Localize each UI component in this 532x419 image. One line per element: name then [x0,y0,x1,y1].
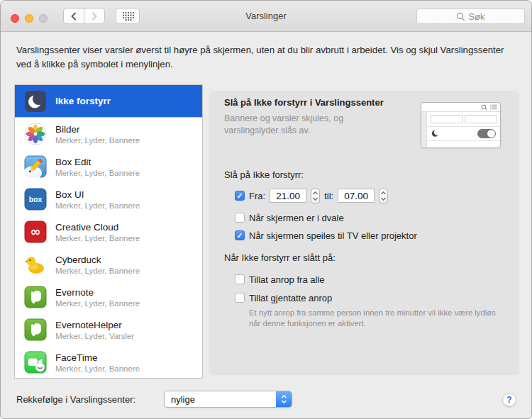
from-time-field[interactable]: 21.00 [270,189,306,203]
sidebar-item-evernotehelper[interactable]: EvernoteHelperMerker, Lyder, Varsler [15,313,202,346]
evernote-icon [24,318,47,341]
sort-order-label: Rekkefølge i Varslingssenter: [16,394,135,405]
from-checkbox[interactable] [235,191,245,201]
preferences-window: Varslinger Søk Varslingssenter viser var… [0,0,532,419]
photos-icon [24,123,47,145]
sidebar-item-label: Ikke forstyrr [55,96,111,106]
allow-calls-row: Tillat anrop fra alle [235,272,324,287]
preview-divider [427,140,500,141]
boxui-icon: box [24,188,47,211]
sidebar-item-facetime[interactable]: FaceTimeMerker, Lyder, Bannere [15,346,202,379]
from-label: Fra: [249,191,265,201]
active-heading: Når Ikke forstyrr er slått på: [224,252,336,263]
preview-sidebar-strip [421,112,427,147]
intro-text: Varslingssenter viser varsler øverst til… [16,43,521,72]
sidebar-item-subtitle: Merker, Lyder, Bannere [55,136,140,145]
sidebar-item-label: Cyberduck [55,255,140,265]
allow-calls-label: Tillat anrop fra alle [249,274,324,285]
moon-icon [24,90,47,113]
dnd-description: Bannere og varsler skjules, og varslings… [224,113,380,137]
to-time-stepper[interactable] [379,189,388,203]
sidebar-item-label: Evernote [55,287,140,298]
stepper-arrows-icon [312,191,318,201]
sidebar-item-text: Ikke forstyrr [55,96,111,106]
creativecloud-icon: ∞ [24,220,47,243]
preview-field [465,115,497,123]
sidebar-item-label: Bilder [55,124,140,135]
preview-segment-fields [431,115,497,123]
from-time-stepper[interactable] [311,189,320,203]
sidebar-item-text: BilderMerker, Lyder, Bannere [55,124,140,145]
sort-order-dropdown[interactable]: nylige [164,391,292,408]
title-bar: Varslinger Søk [1,1,531,32]
sidebar-item-cyberduck[interactable]: CyberduckMerker, Lyder, Bannere [15,248,202,281]
search-field[interactable]: Søk [416,9,525,24]
help-button[interactable]: ? [502,393,516,407]
sleep-row: Når skjermen er i dvale [235,210,344,225]
svg-text:box: box [29,195,43,203]
facetime-icon [24,351,47,374]
sidebar-item-bilder[interactable]: BilderMerker, Lyder, Bannere [15,118,202,150]
sort-order-value: nylige [171,394,195,405]
sidebar-item-text: FaceTimeMerker, Lyder, Bannere [55,352,140,373]
dropdown-arrows-icon [276,391,292,407]
sidebar-item-label: Box Edit [55,157,140,167]
sidebar-item-label: Creative Cloud [55,222,140,233]
repeated-calls-note: Et nytt anrop fra samme person innen tre… [249,308,496,329]
dnd-settings-panel: Slå på Ikke forstyrr i Varslingssenter B… [209,91,519,375]
sleep-checkbox[interactable] [235,213,245,223]
preview-top-bar [421,103,500,112]
mirror-row: Når skjermen speiles til TV eller projek… [235,228,417,243]
sidebar-item-subtitle: Merker, Lyder, Bannere [55,299,140,308]
stepper-arrows-icon [380,191,387,201]
search-icon [456,12,465,21]
list-icon [490,104,497,110]
search-icon [481,104,487,111]
preview-toggle-on [477,129,496,138]
to-time-field[interactable]: 07.00 [338,189,375,203]
moon-icon [431,129,440,138]
sidebar-item-ikke-forstyrr[interactable]: Ikke forstyrr [15,85,202,118]
sidebar-item-label: EvernoteHelper [55,320,134,330]
sidebar-item-box-edit[interactable]: Box EditMerker, Lyder, Bannere [15,150,202,183]
svg-text:∞: ∞ [31,224,41,239]
app-list: Ikke forstyrrBilderMerker, Lyder, Banner… [14,84,203,379]
cyberduck-icon [24,253,47,276]
repeated-calls-row: Tillat gjentatte anrop [235,290,332,306]
sidebar-item-text: Box EditMerker, Lyder, Bannere [55,157,140,177]
schedule-heading: Slå på Ikke forstyrr: [224,169,304,180]
sleep-label: Når skjermen er i dvale [249,213,344,223]
sidebar-item-text: EvernoteHelperMerker, Lyder, Varsler [55,320,134,340]
repeated-calls-checkbox[interactable] [235,293,245,303]
notification-center-preview [421,102,501,148]
mirror-checkbox[interactable] [235,230,245,240]
sidebar-item-subtitle: Merker, Lyder, Bannere [55,201,140,210]
sidebar-item-text: CyberduckMerker, Lyder, Bannere [55,255,140,275]
preview-dnd-row [427,127,500,140]
sidebar-item-subtitle: Merker, Lyder, Bannere [55,234,140,242]
sidebar-item-text: Creative CloudMerker, Lyder, Bannere [55,222,140,242]
mirror-label: Når skjermen speiles til TV eller projek… [249,230,417,241]
sidebar-item-subtitle: Merker, Lyder, Bannere [55,169,140,177]
evernote-icon [24,286,47,308]
sidebar-item-label: FaceTime [55,352,140,363]
sidebar-item-label: Box UI [55,189,140,200]
sidebar-item-subtitle: Merker, Lyder, Varsler [55,332,134,340]
dnd-title: Slå på Ikke forstyrr i Varslingssenter [224,97,384,108]
sidebar-item-subtitle: Merker, Lyder, Bannere [55,267,140,275]
repeated-calls-label: Tillat gjentatte anrop [249,293,332,303]
sidebar-item-text: EvernoteMerker, Lyder, Bannere [55,287,140,308]
schedule-time-row: Fra: 21.00 til: 07.00 [235,188,388,203]
sidebar-item-box-ui[interactable]: boxBox UIMerker, Lyder, Bannere [15,183,202,216]
sidebar-item-evernote[interactable]: EvernoteMerker, Lyder, Bannere [15,281,202,313]
sidebar-item-subtitle: Merker, Lyder, Bannere [55,364,140,373]
preview-field [431,115,463,123]
sidebar-item-creative-cloud[interactable]: ∞Creative CloudMerker, Lyder, Bannere [15,216,202,248]
boxedit-icon [24,155,47,178]
to-label: til: [324,191,333,201]
allow-calls-checkbox[interactable] [235,274,245,284]
search-placeholder: Søk [468,11,484,22]
sidebar-item-text: Box UIMerker, Lyder, Bannere [55,189,140,210]
